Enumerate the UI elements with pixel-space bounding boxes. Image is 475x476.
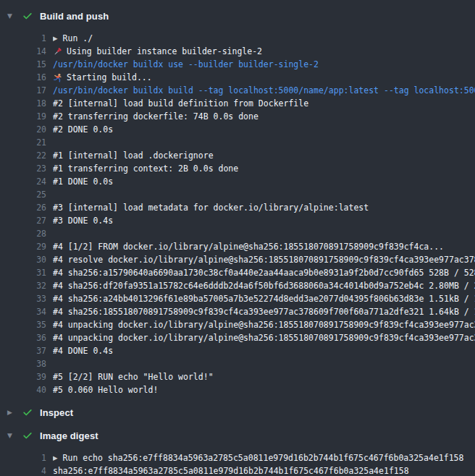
play-icon[interactable]: ▶ — [53, 455, 58, 462]
line-text-content: #4 sha256:a24bb4013296f61e89ba57005a7b3e… — [53, 294, 475, 304]
line-number[interactable]: 37 — [0, 346, 46, 356]
line-text-content: #2 transferring dockerfile: 74B 0.0s don… — [53, 111, 258, 122]
line-text: #4 resolve docker.io/library/alpine@sha2… — [53, 255, 475, 265]
log-line: 20#2 DONE 0.0s — [0, 123, 475, 136]
log-line: 16 Starting build... — [0, 71, 475, 84]
line-number[interactable]: 15 — [0, 59, 46, 69]
log-section-inspect: ▶ Inspect — [0, 405, 475, 420]
line-number[interactable]: 31 — [0, 268, 46, 278]
line-number[interactable]: 29 — [0, 242, 46, 252]
log-section-image-digest: ▼ Image digest1▶Run echo sha256:e7ff8834… — [0, 428, 475, 476]
log-line: 28 — [0, 227, 475, 240]
line-number[interactable]: 24 — [0, 177, 46, 187]
line-text: #5 [2/2] RUN echo "Hello world!" — [53, 372, 475, 382]
log-line: 29#4 [1/2] FROM docker.io/library/alpine… — [0, 240, 475, 253]
line-number[interactable]: 35 — [0, 320, 46, 330]
log-line: 25 — [0, 188, 475, 201]
section-title: Image digest — [40, 430, 98, 441]
line-number[interactable]: 38 — [0, 359, 46, 369]
log-line: 27#3 DONE 0.4s — [0, 214, 475, 227]
log-line: 23#1 transferring context: 2B 0.0s done — [0, 162, 475, 175]
line-text-content: #1 transferring context: 2B 0.0s done — [53, 163, 238, 174]
log-line: 37#4 DONE 0.4s — [0, 344, 475, 357]
check-icon — [22, 430, 33, 441]
line-text: ▶Run ./ — [53, 33, 475, 43]
line-text-content: #4 unpacking docker.io/library/alpine@sh… — [53, 333, 475, 343]
line-number[interactable]: 33 — [0, 294, 46, 304]
chevron-right-icon[interactable]: ▶ — [7, 409, 16, 416]
check-icon — [22, 407, 33, 418]
pushpin-icon — [53, 47, 62, 56]
line-text: #2 DONE 0.0s — [53, 124, 475, 135]
line-text: #1 DONE 0.0s — [53, 177, 475, 187]
line-number[interactable]: 40 — [0, 385, 46, 395]
line-text: #4 unpacking docker.io/library/alpine@sh… — [53, 320, 475, 330]
line-number[interactable]: 23 — [0, 163, 46, 174]
line-number[interactable]: 25 — [0, 190, 46, 200]
line-number[interactable]: 28 — [0, 229, 46, 239]
line-text-content: #4 DONE 0.4s — [53, 346, 113, 356]
line-text: Using builder instance builder-single-2 — [53, 46, 475, 56]
log-lines-image-digest: 1▶Run echo sha256:e7ff8834a5963a2785c5a0… — [0, 451, 475, 476]
line-text: #4 sha256:185518070891758909c9f839cf4ca3… — [53, 307, 475, 317]
log-line: 24#1 DONE 0.0s — [0, 175, 475, 188]
line-number[interactable]: 14 — [0, 46, 46, 56]
check-icon — [22, 11, 33, 22]
line-text: ▶Run echo sha256:e7ff8834a5963a2785c5a08… — [53, 453, 475, 463]
section-header-image-digest[interactable]: ▼ Image digest — [0, 428, 475, 443]
line-text: #2 transferring dockerfile: 74B 0.0s don… — [53, 111, 475, 122]
line-text-content: #1 DONE 0.0s — [53, 177, 113, 187]
line-text-content: #3 [internal] load metadata for docker.i… — [53, 203, 369, 213]
play-icon[interactable]: ▶ — [53, 35, 58, 42]
line-text: /usr/bin/docker buildx build --tag local… — [53, 85, 475, 95]
log-line: 4sha256:e7ff8834a5963a2785c5a0811e979d16… — [0, 464, 475, 476]
line-number[interactable]: 34 — [0, 307, 46, 317]
line-number[interactable]: 27 — [0, 216, 46, 226]
line-text: #4 sha256:a24bb4013296f61e89ba57005a7b3e… — [53, 294, 475, 304]
line-text-content: #4 unpacking docker.io/library/alpine@sh… — [53, 320, 475, 330]
workflow-log-viewer: ▼ Build and push1▶Run ./14 Using builder… — [0, 9, 475, 476]
line-text: Starting build... — [53, 72, 475, 82]
line-text: #1 [internal] load .dockerignore — [53, 150, 475, 161]
log-line: 30#4 resolve docker.io/library/alpine@sh… — [0, 253, 475, 266]
line-number[interactable]: 32 — [0, 281, 46, 291]
line-number[interactable]: 17 — [0, 85, 46, 95]
line-number[interactable]: 16 — [0, 72, 46, 82]
line-number[interactable]: 21 — [0, 137, 46, 148]
line-number[interactable]: 4 — [0, 466, 46, 476]
section-header-inspect[interactable]: ▶ Inspect — [0, 405, 475, 420]
line-number[interactable]: 20 — [0, 124, 46, 135]
line-number[interactable]: 36 — [0, 333, 46, 343]
line-number[interactable]: 19 — [0, 111, 46, 122]
log-line: 1▶Run echo sha256:e7ff8834a5963a2785c5a0… — [0, 451, 475, 464]
log-line: 17/usr/bin/docker buildx build --tag loc… — [0, 84, 475, 97]
line-text-content: /usr/bin/docker buildx build --tag local… — [53, 85, 475, 95]
line-text-content: #5 0.060 Hello world! — [53, 385, 158, 395]
chevron-down-icon[interactable]: ▼ — [7, 13, 16, 20]
line-text-content: #4 resolve docker.io/library/alpine@sha2… — [53, 255, 475, 265]
chevron-down-icon[interactable]: ▼ — [7, 433, 16, 439]
log-line: 1▶Run ./ — [0, 32, 475, 45]
line-text-content: #2 [internal] load build definition from… — [53, 98, 308, 109]
section-title: Build and push — [40, 11, 109, 22]
log-line: 40#5 0.060 Hello world! — [0, 383, 475, 396]
line-text: #3 [internal] load metadata for docker.i… — [53, 203, 475, 213]
log-line: 32#4 sha256:df20fa9351a15782c64e6dddb2d4… — [0, 279, 475, 292]
line-number[interactable]: 30 — [0, 255, 46, 265]
line-text-content: Using builder instance builder-single-2 — [67, 46, 262, 56]
line-number[interactable]: 26 — [0, 203, 46, 213]
line-number[interactable]: 1 — [0, 453, 46, 463]
section-header-build-and-push[interactable]: ▼ Build and push — [0, 9, 475, 23]
line-text: #4 [1/2] FROM docker.io/library/alpine@s… — [53, 242, 475, 252]
line-text: #2 [internal] load build definition from… — [53, 98, 475, 109]
log-lines-build-and-push: 1▶Run ./14 Using builder instance builde… — [0, 32, 475, 396]
line-number[interactable]: 22 — [0, 150, 46, 161]
log-line: 35#4 unpacking docker.io/library/alpine@… — [0, 318, 475, 331]
line-text-content: #4 [1/2] FROM docker.io/library/alpine@s… — [53, 242, 444, 252]
line-number[interactable]: 39 — [0, 372, 46, 382]
runner-icon — [53, 73, 62, 82]
line-number[interactable]: 18 — [0, 98, 46, 109]
log-line: 15/usr/bin/docker buildx use --builder b… — [0, 58, 475, 71]
line-text-content: Run echo sha256:e7ff8834a5963a2785c5a081… — [63, 453, 464, 463]
line-number[interactable]: 1 — [0, 33, 46, 43]
